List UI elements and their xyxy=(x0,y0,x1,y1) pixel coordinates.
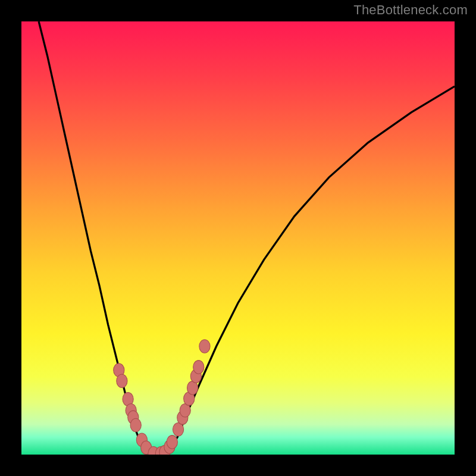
marker-point xyxy=(130,418,141,432)
marker-point xyxy=(199,340,210,353)
marker-point xyxy=(193,361,204,374)
left-branch-curve xyxy=(39,21,151,455)
right-branch-curve xyxy=(164,86,455,455)
chart-frame: TheBottleneck.com xyxy=(0,0,476,476)
marker-point xyxy=(167,436,177,449)
marker-group xyxy=(114,340,210,455)
curve-layer xyxy=(21,21,455,455)
plot-area xyxy=(21,21,455,455)
watermark-text: TheBottleneck.com xyxy=(353,2,468,18)
marker-point xyxy=(117,374,127,388)
